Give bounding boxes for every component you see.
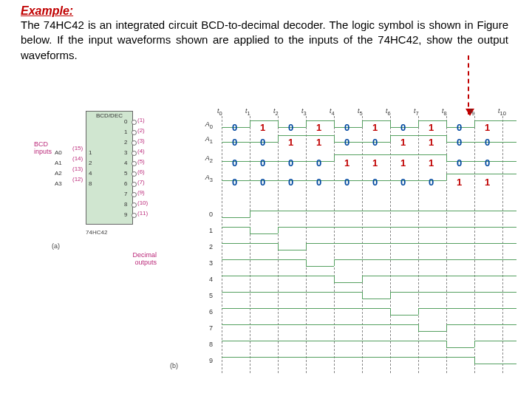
decimal-outputs-label: Decimaloutputs: [123, 251, 157, 266]
bit-digit: 0: [232, 157, 237, 168]
bit-digit: 0: [457, 137, 462, 148]
waveform-row-label: 9: [161, 357, 213, 364]
input-pin-number: (12): [72, 176, 83, 183]
bit-digit: 1: [400, 137, 406, 148]
bit-digit: 0: [457, 157, 462, 168]
time-tick-label: t0: [217, 107, 222, 117]
input-pin-number: (15): [72, 145, 83, 151]
bit-digit: 0: [429, 177, 434, 188]
input-pin-weight: 4: [89, 170, 92, 177]
input-pin-number: (14): [72, 155, 83, 162]
output-pin-number: (2): [137, 127, 145, 134]
bit-digit: 1: [429, 122, 434, 133]
output-pin-index: 4: [124, 160, 127, 166]
waveform-row-label: A3: [161, 174, 213, 183]
output-pin-index: 0: [124, 118, 127, 125]
waveform-panel: (b) Decimaloutputs t0t1t2t3t4t5t6t7t8t9t…: [164, 107, 511, 381]
bit-digit: 0: [260, 137, 265, 148]
input-pin-weight: 8: [89, 180, 92, 187]
output-pin-number: (1): [137, 117, 145, 123]
waveform-row-label: 3: [161, 259, 213, 267]
bit-digit: 0: [260, 177, 265, 188]
bit-digit: 1: [429, 157, 434, 168]
bit-digit: 1: [260, 122, 265, 133]
inversion-bubble-icon: [132, 140, 137, 146]
time-tick-label: t10: [498, 107, 506, 117]
bit-digit: 0: [344, 137, 349, 148]
bit-digit: 1: [457, 177, 462, 188]
bit-digit: 0: [288, 157, 293, 168]
output-pin-index: 8: [124, 201, 127, 208]
time-tick-label: t8: [442, 107, 447, 117]
waveform-row-label: A0: [161, 120, 213, 130]
bit-digit: 1: [288, 137, 293, 148]
bit-digit: 1: [316, 137, 321, 148]
waveform-row: 4: [222, 276, 502, 289]
time-tick-label: t4: [330, 107, 335, 117]
bit-digit: 1: [344, 157, 349, 168]
bit-digit: 0: [316, 157, 321, 168]
time-tick-label: t7: [414, 107, 419, 117]
waveform-row: 2: [222, 243, 502, 256]
inversion-bubble-icon: [132, 130, 137, 135]
example-title: Example:: [21, 4, 508, 18]
bit-digit: 1: [372, 157, 378, 168]
output-pin-number: (5): [137, 158, 145, 165]
bit-digit: 0: [372, 177, 378, 188]
time-tick-label: t2: [273, 107, 279, 117]
inversion-bubble-icon: [132, 192, 137, 197]
bit-digit: 0: [344, 122, 349, 133]
logic-symbol-block: BCDinputs BCD/DEC 74HC42 (a) A0(15)1A1(1…: [21, 111, 176, 259]
inversion-bubble-icon: [132, 182, 137, 187]
time-tick-label: t9: [470, 107, 475, 117]
input-pin-name: A3: [55, 180, 62, 187]
inversion-bubble-icon: [132, 202, 137, 208]
bit-digit: 0: [400, 177, 406, 188]
bit-digit: 0: [316, 177, 321, 188]
bit-digit: 1: [485, 122, 490, 133]
inversion-bubble-icon: [132, 161, 137, 166]
inversion-bubble-icon: [132, 213, 137, 218]
bit-digit: 0: [288, 177, 293, 188]
bit-digit: 0: [260, 157, 265, 168]
waveform-row: 8: [222, 341, 502, 354]
waveform-row: 0: [222, 211, 502, 224]
output-pin-number: (7): [137, 179, 145, 185]
example-body: The 74HC42 is an integrated circuit BCD-…: [21, 18, 508, 63]
output-pin-number: (9): [137, 189, 145, 196]
output-pin-number: (3): [137, 137, 145, 144]
waveform-row-label: 2: [161, 243, 213, 250]
waveform-row-label: A2: [161, 154, 213, 164]
bit-digit: 0: [232, 177, 237, 188]
bit-digit: 0: [400, 122, 406, 133]
bit-digit: 1: [372, 122, 378, 133]
waveform-row-label: 6: [161, 308, 213, 316]
time-tick-label: t6: [386, 107, 391, 117]
time-tick-label: t5: [358, 107, 363, 117]
waveform-row: 6: [222, 308, 502, 321]
output-pin-index: 2: [124, 139, 127, 146]
bcd-inputs-label: BCDinputs: [34, 140, 52, 155]
output-pin-number: (6): [137, 168, 145, 175]
output-pin-index: 3: [124, 149, 127, 156]
waveform-row: 3: [222, 259, 502, 273]
input-pin-name: A0: [55, 149, 62, 156]
bit-digit: 0: [457, 122, 462, 133]
input-pin-weight: 1: [89, 149, 92, 156]
output-pin-index: 1: [124, 129, 127, 135]
output-pin-index: 5: [124, 170, 127, 177]
inversion-bubble-icon: [132, 171, 137, 177]
bit-digit: 0: [232, 122, 237, 133]
waveform-row: 7: [222, 324, 502, 338]
waveform-row-label: 8: [161, 341, 213, 348]
input-pin-number: (13): [72, 166, 83, 172]
bit-digit: 1: [316, 122, 321, 133]
waveform-row-label: A1: [161, 135, 213, 145]
bit-digit: 1: [429, 137, 434, 148]
output-pin-number: (10): [137, 200, 148, 206]
inversion-bubble-icon: [132, 151, 137, 156]
waveform-row: 5: [222, 292, 502, 305]
bit-digit: 1: [400, 157, 406, 168]
bit-digit: 0: [485, 137, 490, 148]
output-pin-number: (11): [137, 210, 148, 216]
